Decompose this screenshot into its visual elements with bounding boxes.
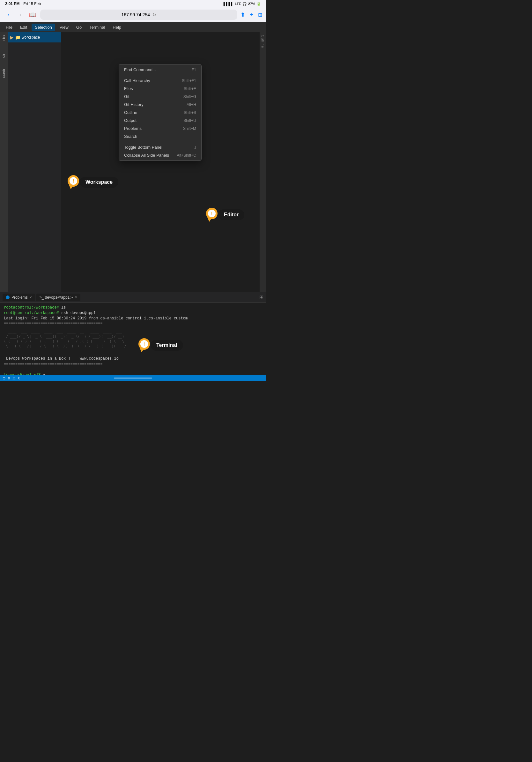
terminal-user-prompt: [devops@app1 ~]$ — [4, 373, 40, 375]
separator-1 — [119, 75, 201, 75]
url-bar[interactable]: 167.99.74.254 ↻ — [40, 10, 237, 20]
activity-git[interactable]: Git — [1, 53, 7, 59]
terminal-login-text: Last login: Fri Feb 15 06:30:24 2019 fro… — [4, 316, 187, 321]
menu-go[interactable]: Go — [73, 24, 85, 31]
editor-callout-label: Editor — [218, 209, 244, 220]
menu-search[interactable]: Search — [119, 132, 201, 140]
svg-marker-7 — [207, 217, 212, 222]
folder-icon: ▶ 📁 — [10, 35, 21, 40]
network-type: LTE — [235, 2, 241, 6]
terminal-split-button[interactable]: ⊞ — [259, 294, 263, 300]
browser-toolbar: ‹ › 📖 167.99.74.254 ↻ ⬆ + ⊞ — [0, 8, 266, 22]
menu-call-hierarchy[interactable]: Call Hierarchy Shift+F1 — [119, 77, 201, 85]
call-hierarchy-shortcut: Shift+F1 — [182, 79, 196, 83]
terminal-line-4: ========================================… — [4, 321, 262, 327]
sidebar-header: ▶ 📁 workspace — [8, 32, 61, 42]
menu-output[interactable]: Output Shift+U — [119, 116, 201, 124]
terminal-prompt-1: root@control:/workspace# — [4, 305, 59, 310]
workspace-label: workspace — [22, 35, 40, 39]
call-hierarchy-label: Call Hierarchy — [124, 78, 150, 83]
menu-git[interactable]: Git Shift+G — [119, 93, 201, 101]
workspace-pin: ! — [66, 175, 80, 189]
svg-text:!: ! — [144, 342, 145, 346]
outline-bar: Outline — [260, 32, 266, 292]
sidebar: ▶ 📁 workspace — [8, 32, 61, 292]
terminal-content[interactable]: root@control:/workspace# ls root@control… — [0, 302, 266, 375]
status-left: ⊙ 0 ⚠ 0 — [3, 376, 20, 380]
terminal-tabs: ℹ Problems × >_ devops@app1:~ × ⊞ — [0, 292, 266, 302]
files-shortcut: Shift+E — [184, 87, 196, 91]
git-label: Git — [124, 94, 129, 99]
menu-file[interactable]: File — [3, 24, 16, 31]
find-command-shortcut: F1 — [192, 68, 196, 72]
svg-marker-3 — [69, 185, 73, 189]
terminal-pin: ! — [137, 338, 151, 352]
home-bar-indicator — [114, 377, 152, 379]
terminal-callout: ! Terminal — [137, 338, 183, 352]
activity-bar: Files Git Search — [0, 32, 8, 292]
status-error-count: 0 — [8, 376, 10, 380]
files-label: Files — [124, 86, 133, 91]
git-shortcut: Shift+G — [183, 95, 196, 99]
terminal-tab-label: >_ devops@app1:~ — [39, 295, 73, 300]
menu-terminal[interactable]: Terminal — [86, 24, 108, 31]
menu-files[interactable]: Files Shift+E — [119, 85, 201, 93]
activity-search[interactable]: Search — [1, 70, 7, 77]
output-shortcut: Shift+U — [183, 118, 196, 123]
menu-selection[interactable]: Selection — [32, 24, 55, 31]
toggle-bottom-panel-shortcut: J — [194, 145, 196, 150]
signal-icon: ▌▌▌▌ — [224, 2, 233, 6]
git-history-shortcut: Alt+H — [187, 103, 196, 107]
problems-shortcut: Shift+M — [183, 126, 196, 131]
menu-outline[interactable]: Outline Shift+S — [119, 109, 201, 116]
problems-tab-label: Problems — [12, 295, 28, 300]
problems-icon: ℹ — [6, 295, 10, 299]
ide-container: File Edit Selection View Go Terminal Hel… — [0, 22, 266, 381]
terminal-cmd-1: ls — [61, 305, 66, 310]
back-button[interactable]: ‹ — [4, 10, 13, 19]
ios-status-bar: 2:01 PM Fri 15 Feb ▌▌▌▌ LTE 🎧 27% 🔋 — [0, 0, 266, 8]
terminal-line-5: Devops Workspaces in a Box ! www.codespa… — [4, 356, 262, 361]
problems-tab-close[interactable]: × — [30, 295, 32, 300]
outline-label: Outline — [124, 110, 137, 115]
menu-edit[interactable]: Edit — [17, 24, 30, 31]
battery-level: 27% — [248, 2, 255, 6]
terminal-tagline: Devops Workspaces in a Box ! www.codespa… — [4, 356, 119, 361]
menu-problems[interactable]: Problems Shift+M — [119, 124, 201, 132]
outline-text: Outline — [261, 35, 265, 48]
ide-main: Files Git Search ▶ 📁 workspace Find Comm… — [0, 32, 266, 292]
share-button[interactable]: ⬆ — [240, 11, 245, 18]
status-warning-icon: ⚠ — [13, 376, 16, 380]
reload-icon[interactable]: ↻ — [153, 12, 156, 17]
tab-devops-terminal[interactable]: >_ devops@app1:~ × — [36, 294, 80, 301]
menu-view[interactable]: View — [56, 24, 72, 31]
tab-problems[interactable]: ℹ Problems × — [3, 294, 35, 301]
svg-text:!: ! — [73, 178, 74, 184]
collapse-side-panels-label: Collapse All Side Panels — [124, 153, 169, 158]
terminal-separator-2: ========================================… — [4, 362, 103, 366]
terminal-prompt-user-line: [devops@app1 ~]$ ▮ — [4, 372, 262, 375]
menu-help[interactable]: Help — [109, 24, 124, 31]
codespaces-ascii-art: ____ ___ ____ ____ ___ ____ __ ____ ____… — [4, 329, 262, 353]
menu-toggle-bottom-panel[interactable]: Toggle Bottom Panel J — [119, 143, 201, 151]
bookmarks-button[interactable]: 📖 — [28, 10, 37, 19]
forward-button[interactable]: › — [16, 10, 25, 19]
menu-find-command[interactable]: Find Command... F1 — [119, 66, 201, 74]
collapse-side-panels-shortcut: Alt+Shift+C — [177, 153, 196, 158]
search-label: Search — [124, 134, 137, 139]
terminal-line-6: ========================================… — [4, 361, 262, 367]
browser-chrome: ‹ › 📖 167.99.74.254 ↻ ⬆ + ⊞ — [0, 8, 266, 22]
status-warning-count: 0 — [18, 376, 20, 380]
dropdown-overlay: Find Command... F1 Call Hierarchy Shift+… — [61, 32, 260, 292]
new-tab-button[interactable]: + — [250, 11, 253, 19]
terminal-tab-close[interactable]: × — [75, 295, 77, 300]
svg-text:!: ! — [211, 211, 213, 216]
outline-shortcut: Shift+S — [184, 111, 196, 115]
editor-pin: ! — [205, 208, 219, 222]
view-dropdown-menu[interactable]: Find Command... F1 Call Hierarchy Shift+… — [119, 64, 202, 161]
editor-area[interactable]: Find Command... F1 Call Hierarchy Shift+… — [61, 32, 260, 292]
menu-git-history[interactable]: Git History Alt+H — [119, 101, 201, 109]
menu-collapse-side-panels[interactable]: Collapse All Side Panels Alt+Shift+C — [119, 151, 201, 159]
activity-files[interactable]: Files — [1, 35, 7, 41]
tabs-button[interactable]: ⊞ — [258, 12, 262, 18]
